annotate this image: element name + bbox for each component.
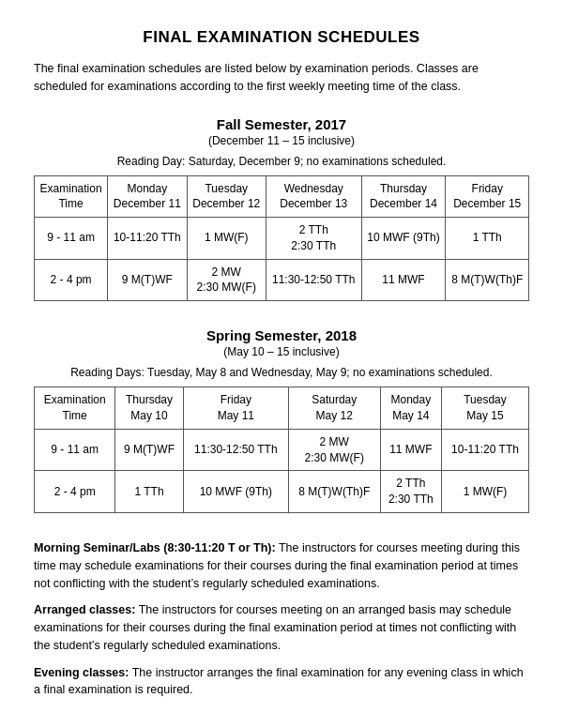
fall-col-wed: WednesdayDecember 13 [266, 175, 361, 218]
spring-row2-col5: 1 MW(F) [442, 471, 529, 513]
spring-row1-time: 9 - 11 am [35, 429, 115, 471]
fall-row1-time: 9 - 11 am [35, 218, 108, 260]
fall-row2-thu: 11 MWF [361, 259, 446, 301]
spring-row1-col5: 10-11:20 TTh [442, 429, 529, 471]
notes-section: Morning Seminar/Labs (8:30-11:20 T or Th… [34, 539, 529, 699]
spring-row1-col1: 9 M(T)WF [115, 429, 183, 471]
intro-text: The final examination schedules are list… [34, 60, 529, 96]
fall-row2-time: 2 - 4 pm [35, 259, 108, 301]
spring-row2-col4: 2 TTh2:30 TTh [380, 471, 441, 513]
note-evening-classes: Evening classes: The instructor arranges… [34, 664, 529, 700]
note-morning-seminar: Morning Seminar/Labs (8:30-11:20 T or Th… [34, 539, 529, 592]
fall-row1-thu: 10 MWF (9Th) [361, 218, 446, 260]
fall-row1-fri: 1 TTh [446, 218, 529, 260]
fall-table-header-row: ExaminationTime MondayDecember 11 Tuesda… [35, 175, 529, 218]
note-morning-seminar-bold: Morning Seminar/Labs (8:30-11:20 T or Th… [34, 541, 276, 554]
spring-col-exam-time: ExaminationTime [35, 387, 115, 430]
fall-reading-day: Reading Day: Saturday, December 9; no ex… [34, 155, 529, 168]
spring-row2-time: 2 - 4 pm [35, 471, 115, 513]
fall-col-fri: FridayDecember 15 [446, 175, 529, 218]
note-evening-bold: Evening classes: [34, 666, 129, 679]
fall-schedule-table: ExaminationTime MondayDecember 11 Tuesda… [34, 175, 529, 302]
spring-semester-section: Spring Semester, 2018 (May 10 – 15 inclu… [34, 327, 529, 513]
spring-row-morning: 9 - 11 am 9 M(T)WF 11:30-12:50 TTh 2 MW2… [35, 429, 529, 471]
fall-col-tue: TuesdayDecember 12 [187, 175, 266, 218]
fall-semester-title: Fall Semester, 2017 [34, 116, 529, 132]
spring-row2-col3: 8 M(T)W(Th)F [288, 471, 380, 513]
fall-col-mon: MondayDecember 11 [108, 175, 187, 218]
fall-row2-wed: 11:30-12:50 TTh [266, 259, 361, 301]
fall-row2-fri: 8 M(T)W(Th)F [446, 259, 529, 301]
fall-row1-mon: 10-11:20 TTh [108, 218, 187, 260]
note-arranged-classes: Arranged classes: The instructors for co… [34, 601, 529, 654]
fall-col-thu: ThursdayDecember 14 [361, 175, 446, 218]
fall-row2-mon: 9 M(T)WF [108, 259, 187, 301]
spring-row1-col2: 11:30-12:50 TTh [183, 429, 288, 471]
fall-semester-subtitle: (December 11 – 15 inclusive) [34, 134, 529, 147]
spring-semester-title: Spring Semester, 2018 [34, 327, 529, 343]
fall-semester-section: Fall Semester, 2017 (December 11 – 15 in… [34, 116, 529, 302]
spring-row1-col4: 11 MWF [380, 429, 441, 471]
note-arranged-bold: Arranged classes: [34, 603, 135, 616]
fall-row-afternoon: 2 - 4 pm 9 M(T)WF 2 MW2:30 MW(F) 11:30-1… [35, 259, 529, 301]
spring-row-afternoon: 2 - 4 pm 1 TTh 10 MWF (9Th) 8 M(T)W(Th)F… [35, 471, 529, 513]
fall-row1-tue: 1 MW(F) [187, 218, 266, 260]
fall-col-exam-time: ExaminationTime [35, 175, 108, 218]
spring-col-thu: ThursdayMay 10 [115, 387, 183, 430]
fall-row1-wed: 2 TTh2:30 TTh [266, 218, 361, 260]
fall-row-morning: 9 - 11 am 10-11:20 TTh 1 MW(F) 2 TTh2:30… [35, 218, 529, 260]
spring-table-header-row: ExaminationTime ThursdayMay 10 FridayMay… [35, 387, 529, 430]
page-title: FINAL EXAMINATION SCHEDULES [34, 28, 529, 47]
spring-row2-col2: 10 MWF (9Th) [183, 471, 288, 513]
spring-schedule-table: ExaminationTime ThursdayMay 10 FridayMay… [34, 387, 529, 513]
spring-reading-day: Reading Days: Tuesday, May 8 and Wednesd… [34, 366, 529, 379]
spring-col-mon: MondayMay 14 [380, 387, 441, 430]
spring-semester-subtitle: (May 10 – 15 inclusive) [34, 345, 529, 358]
spring-col-fri: FridayMay 11 [183, 387, 288, 430]
spring-row2-col1: 1 TTh [115, 471, 183, 513]
spring-row1-col3: 2 MW2:30 MW(F) [288, 429, 380, 471]
spring-col-sat: SaturdayMay 12 [288, 387, 380, 430]
fall-row2-tue: 2 MW2:30 MW(F) [187, 259, 266, 301]
spring-col-tue: TuesdayMay 15 [442, 387, 529, 430]
